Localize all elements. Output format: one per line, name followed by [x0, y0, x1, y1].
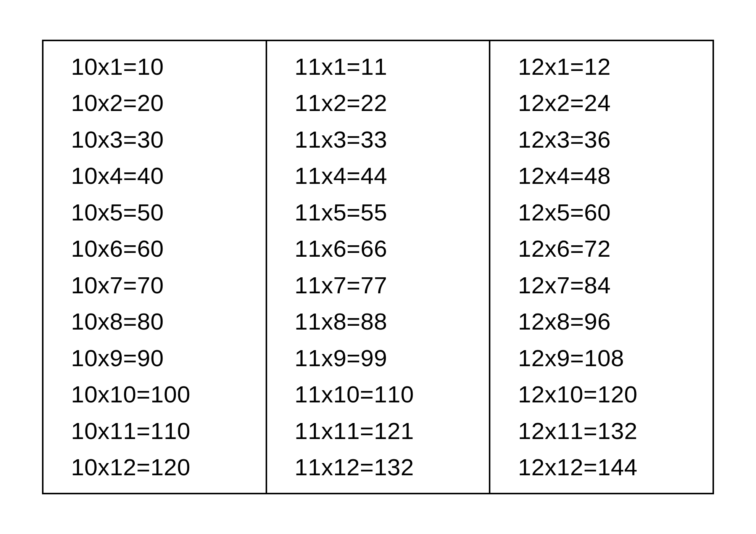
- multiplication-row: 10x2=20: [71, 91, 256, 115]
- multiplication-row: 12x1=12: [518, 55, 703, 79]
- multiplication-row: 12x4=48: [518, 164, 703, 188]
- multiplication-row: 12x7=84: [518, 273, 703, 297]
- multiplication-row: 11x7=77: [295, 273, 480, 297]
- multiplication-row: 12x6=72: [518, 237, 703, 261]
- times-table-12-column: 12x1=12 12x2=24 12x3=36 12x4=48 12x5=60 …: [489, 41, 712, 493]
- multiplication-row: 12x5=60: [518, 201, 703, 224]
- multiplication-row: 11x10=110: [295, 383, 480, 406]
- multiplication-row: 11x2=22: [295, 91, 480, 115]
- multiplication-row: 12x12=144: [518, 455, 703, 479]
- multiplication-row: 11x6=66: [295, 237, 480, 261]
- multiplication-row: 11x12=132: [295, 455, 480, 479]
- multiplication-row: 11x4=44: [295, 164, 480, 188]
- multiplication-row: 10x11=110: [71, 419, 256, 443]
- multiplication-row: 11x11=121: [295, 419, 480, 443]
- multiplication-row: 10x8=80: [71, 310, 256, 333]
- multiplication-row: 12x10=120: [518, 383, 703, 406]
- multiplication-row: 10x10=100: [71, 383, 256, 406]
- multiplication-row: 10x12=120: [71, 455, 256, 479]
- multiplication-row: 11x5=55: [295, 201, 480, 224]
- multiplication-row: 12x2=24: [518, 91, 703, 115]
- multiplication-row: 10x4=40: [71, 164, 256, 188]
- multiplication-row: 12x11=132: [518, 419, 703, 443]
- multiplication-row: 10x7=70: [71, 273, 256, 297]
- multiplication-row: 10x1=10: [71, 55, 256, 79]
- multiplication-row: 10x3=30: [71, 128, 256, 151]
- multiplication-table-grid: 10x1=10 10x2=20 10x3=30 10x4=40 10x5=50 …: [42, 40, 714, 494]
- page: 10x1=10 10x2=20 10x3=30 10x4=40 10x5=50 …: [0, 0, 756, 534]
- multiplication-row: 11x8=88: [295, 310, 480, 333]
- multiplication-row: 11x9=99: [295, 346, 480, 370]
- multiplication-row: 11x1=11: [295, 55, 480, 79]
- multiplication-row: 10x5=50: [71, 201, 256, 224]
- multiplication-row: 11x3=33: [295, 128, 480, 151]
- multiplication-row: 12x9=108: [518, 346, 703, 370]
- multiplication-row: 10x6=60: [71, 237, 256, 261]
- times-table-11-column: 11x1=11 11x2=22 11x3=33 11x4=44 11x5=55 …: [266, 41, 489, 493]
- times-table-10-column: 10x1=10 10x2=20 10x3=30 10x4=40 10x5=50 …: [44, 41, 266, 493]
- multiplication-row: 12x8=96: [518, 310, 703, 333]
- multiplication-row: 10x9=90: [71, 346, 256, 370]
- multiplication-row: 12x3=36: [518, 128, 703, 151]
